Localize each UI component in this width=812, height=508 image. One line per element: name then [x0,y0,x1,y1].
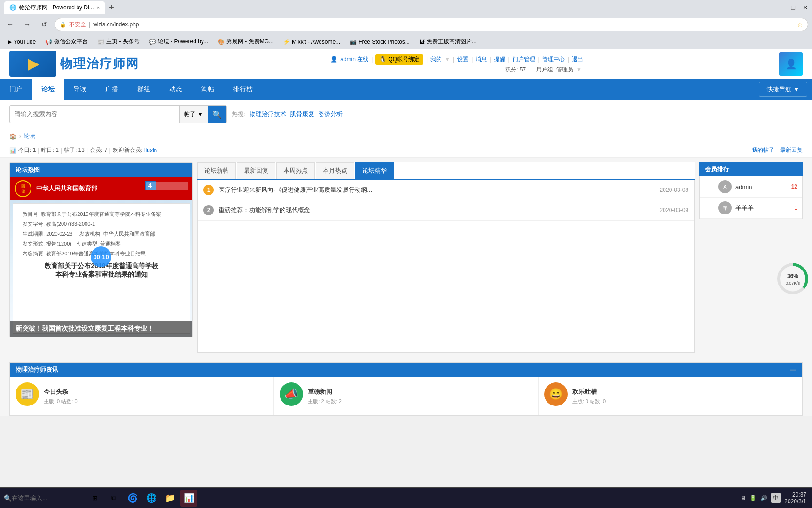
info-label-1: 今日头条 [44,388,78,396]
nav-groups[interactable]: 群组 [128,79,160,100]
tab-latest-reply[interactable]: 最新回复 [237,162,275,179]
stats-sep3: | [86,147,88,154]
breadcrumb-home-icon[interactable]: 🏠 [9,133,16,140]
nav-broadcast[interactable]: 广播 [96,79,128,100]
address-box[interactable]: 🔒 不安全 | wlzls.cn/index.php ☆ [55,18,808,31]
address-bar-row: ← → ↺ 🔒 不安全 | wlzls.cn/index.php ☆ [0,15,812,34]
back-button[interactable]: ← [4,18,17,31]
taskbar-chrome-app[interactable]: 🌐 [143,490,160,507]
taskbar-task-view-button[interactable]: ⧉ [105,490,122,507]
maximize-button[interactable]: □ [791,4,795,11]
tab-title: 物治疗师网 - Powered by Di... [19,4,94,12]
new-tab-button[interactable]: + [107,3,116,13]
main-layout: 论坛热图 国徽 中华人民共和国教育部 4 [0,158,812,357]
bookmark-freephotos[interactable]: 📷 Free Stock Photos... [346,37,414,47]
today-stat: 今日: 1 [18,146,36,154]
quick-nav-label: 快捷导航 [767,85,791,94]
search-type-button[interactable]: 帖子 ▼ [179,106,208,123]
hot-search-area: 热搜: 物理治疗技术 肌骨康复 姿势分析 [232,110,343,119]
new-member-link[interactable]: liuxin [144,147,157,154]
taskbar-clock: 20:37 [784,492,806,498]
logout-link[interactable]: 退出 [572,56,583,64]
tab-new-posts[interactable]: 论坛新帖 [197,162,236,179]
taskbar-start-button[interactable]: ⊞ [86,490,103,507]
breadcrumb-forum-link[interactable]: 论坛 [24,132,35,140]
search-input[interactable] [10,106,179,122]
tab-month-hot[interactable]: 本月热点 [316,162,354,179]
hot-link-1[interactable]: 物理治疗技术 [250,110,286,119]
search-go-button[interactable]: 🔍 [208,106,226,123]
nav-guide[interactable]: 导读 [64,79,96,100]
forum-post-date-1: 2020-03-08 [660,187,688,193]
bookmark-forum[interactable]: 💬 论坛 - Powered by... [145,36,212,47]
bookmark-star-icon[interactable]: ☆ [797,21,803,28]
forum-post-title-1[interactable]: 医疗行业迎来新风向-《促进健康产业高质量发展行动纲... [219,186,655,194]
avatar-image: 👤 [779,52,803,76]
qq-icon: 🐧 [379,56,386,63]
forum-post-title-2[interactable]: 重磅推荐：功能解剖学的现代概念 [219,206,655,214]
forward-button[interactable]: → [21,18,34,31]
bookmark-youtube[interactable]: ▶ YouTube [4,37,39,47]
rank-name-1[interactable]: admin [735,183,788,190]
username-link[interactable]: admin 在线 [340,56,368,64]
portal-mgmt-link[interactable]: 门户管理 [513,56,535,64]
quick-nav-button[interactable]: 快捷导航 ▼ [759,82,807,97]
taskbar-pinwheel-app[interactable]: 🌀 [124,490,141,507]
right-column: 会员排行 1 A admin 12 2 羊 [699,162,803,353]
hot-link-2[interactable]: 肌骨康复 [290,110,314,119]
bookmark-hd-images[interactable]: 🖼 免费正版高清图片... [415,36,480,47]
fold-button[interactable]: — [790,366,796,373]
address-url[interactable]: wlzls.cn/index.php [93,21,794,28]
nav-forum[interactable]: 论坛 [32,79,64,100]
taskbar-search-input[interactable] [12,494,91,501]
my-posts-link[interactable]: 我的帖子 [752,146,774,154]
forum-post-date-2: 2020-03-09 [660,207,688,214]
active-tab[interactable]: 🌐 物治疗师网 - Powered by Di... × [4,1,105,14]
tab-week-hot[interactable]: 本周热点 [276,162,315,179]
info-section-wrapper: 物理治疗师资讯 — 📰 今日头条 主版: 0 帖数: 0 📣 [9,362,803,416]
tab-close-btn[interactable]: × [97,5,100,10]
refresh-button[interactable]: ↺ [38,18,51,31]
rank-name-2[interactable]: 羊羊羊 [735,204,790,212]
nav-portal[interactable]: 门户 [0,79,32,100]
info-icon-2: 📣 [280,382,303,406]
nav-taotie[interactable]: 淘帖 [192,79,224,100]
hot-link-3[interactable]: 姿势分析 [318,110,343,119]
taskbar-ppt-app[interactable]: 📊 [180,490,197,507]
edu-top-bar: 国徽 中华人民共和国教育部 4 [10,177,192,200]
settings-link[interactable]: 设置 [457,56,468,64]
members-stat: 会员: 7 [90,146,107,154]
stats-chart-icon: 📊 [9,147,16,154]
hot-image-container[interactable]: 国徽 中华人民共和国教育部 4 教目号: 教育部关于公布2019年度普通高等 [10,177,192,337]
latest-reply-link[interactable]: 最新回复 [780,146,803,154]
my-menu-link[interactable]: 我的 [430,56,442,64]
bookmark-wechat-label: 微信公众平台 [54,38,88,46]
taskbar-battery-icon: 🔋 [750,495,757,501]
qq-bind-button[interactable]: 🐧 QQ帐号绑定 [375,54,423,65]
rank-num-2: 2 [704,203,715,213]
nav-ranking[interactable]: 排行榜 [224,79,262,100]
bookmark-wechat[interactable]: 📢 微信公众平台 [41,36,92,47]
avatar-placeholder-icon: 👤 [785,58,797,70]
timer-label: 00:10 [93,254,109,261]
speed-ring-svg: 36% 0.07K/s [776,262,809,295]
taskbar-search-icon: 🔍 [4,494,12,502]
close-button[interactable]: ✕ [803,4,808,11]
search-magnifier-icon: 🔍 [212,110,222,119]
left-column: 论坛热图 国徽 中华人民共和国教育部 4 [9,162,193,353]
logo-area: ▶ 物理治疗师网 [9,51,139,77]
info-section-header: 物理治疗师资讯 — [10,363,802,377]
yesterday-stat: 昨日: 1 [41,146,58,154]
page-content: ▶ 物理治疗师网 👤 admin 在线 | 🐧 QQ帐号绑定 | 我的 ▼ | … [0,49,812,416]
bookmark-mixkit[interactable]: ⚡ Mixkit - Awesome... [279,37,344,47]
bookmark-xiuzhan[interactable]: 🎨 秀展网 - 免费MG... [214,36,277,47]
rewards-link[interactable]: 提醒 [494,56,505,64]
messages-link[interactable]: 消息 [476,56,487,64]
taskbar-file-app[interactable]: 📁 [162,490,179,507]
nav-dynamic[interactable]: 动态 [160,79,192,100]
minimize-button[interactable]: — [777,4,784,11]
forum-row-1: 1 医疗行业迎来新风向-《促进健康产业高质量发展行动纲... 2020-03-0… [198,180,694,200]
admin-center-link[interactable]: 管理中心 [542,56,565,64]
bookmark-toutiao[interactable]: 📰 主页 - 头条号 [94,36,143,47]
tab-featured[interactable]: 论坛精华 [355,162,394,179]
